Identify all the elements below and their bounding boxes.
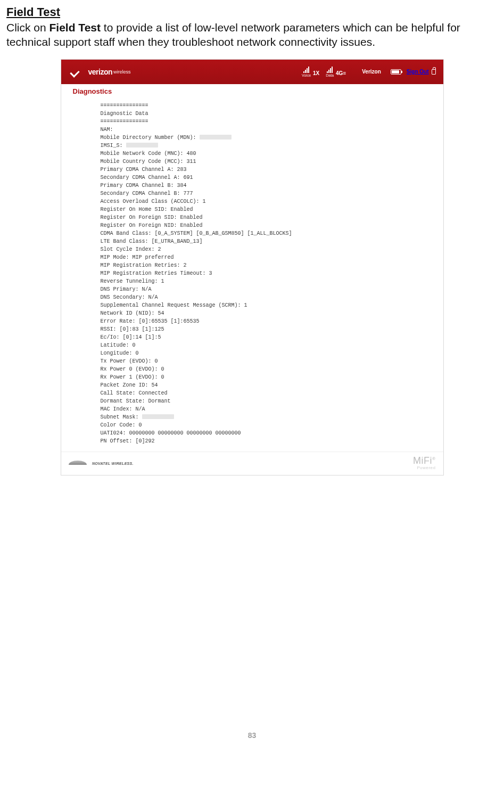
novatel-swoosh-icon	[69, 461, 87, 465]
diag-line: Primary CDMA Channel A: 283	[101, 166, 429, 174]
mifi-brand: MiFi® Powered	[413, 455, 435, 470]
diag-line: Rx Power 0 (EVDO): 0	[101, 365, 429, 373]
redacted-value: ██████████	[142, 414, 174, 419]
voice-signal: Voice 1X	[302, 67, 319, 77]
diag-line: Mobile Directory Number (MDN): █████████…	[101, 134, 429, 142]
app-header: verizon wireless Voice 1X Data 4G≡ Veriz…	[61, 60, 443, 84]
logo-wordmark: verizon	[88, 68, 113, 76]
diag-line: Primary CDMA Channel B: 384	[101, 182, 429, 190]
diag-line: Latitude: 0	[101, 341, 429, 349]
data-label: 4G≡	[336, 70, 346, 77]
diag-line: MIP Mode: MIP preferred	[101, 253, 429, 261]
diag-line: Register On Foreign NID: Enabled	[101, 222, 429, 229]
verizon-logo: verizon wireless	[69, 67, 131, 77]
diag-line: Call State: Connected	[101, 389, 429, 397]
diagnostics-heading: Diagnostics	[73, 87, 432, 95]
diag-line: UATI024: 00000000 00000000 00000000 0000…	[101, 429, 429, 437]
battery-icon	[391, 69, 401, 75]
redacted-value: ██████████	[200, 135, 232, 140]
data-signal: Data 4G≡	[326, 67, 346, 77]
diag-line: Tx Power (EVDO): 0	[101, 357, 429, 365]
diag-line: Reverse Tunneling: 1	[101, 277, 429, 285]
data-bars-icon	[327, 67, 333, 73]
mifi-registered: ®	[432, 456, 435, 461]
diag-line: DNS Secondary: N/A	[101, 293, 429, 301]
diag-line: Register On Foreign SID: Enabled	[101, 214, 429, 222]
lock-icon	[432, 69, 436, 75]
intro-bold: Field Test	[49, 21, 101, 34]
data-caption: Data	[326, 73, 334, 77]
diag-line: Diagnostic Data	[101, 110, 429, 118]
diag-line: Ec/Io: [0]:14 [1]:5	[101, 333, 429, 341]
diag-line: Supplemental Channel Request Message (SC…	[101, 301, 429, 309]
diag-line: Longitude: 0	[101, 349, 429, 357]
diag-line: MIP Registration Retries: 2	[101, 261, 429, 269]
novatel-text: NOVATEL WIRELESS.	[92, 462, 134, 465]
diag-line: Secondary CDMA Channel B: 777	[101, 190, 429, 198]
diag-line: PN Offset: [0]292	[101, 437, 429, 445]
content-area: Diagnostics ===============Diagnostic Da…	[61, 84, 443, 452]
logo-subtext: wireless	[113, 69, 131, 75]
diag-line: Dormant State: Dormant	[101, 397, 429, 405]
diag-line: LTE Band Class: [E_UTRA_BAND_13]	[101, 237, 429, 245]
diag-line: CDMA Band Class: [0_A_SYSTEM] [0_B_AB_GS…	[101, 229, 429, 237]
screenshot-frame: verizon wireless Voice 1X Data 4G≡ Veriz…	[61, 59, 444, 475]
diag-line: Color Code: 0	[101, 421, 429, 429]
diag-line: Register On Home SID: Enabled	[101, 206, 429, 214]
diag-line: Error Rate: [0]:65535 [1]:65535	[101, 317, 429, 325]
diag-line: Secondary CDMA Channel A: 691	[101, 174, 429, 182]
voice-label: 1X	[313, 70, 319, 77]
intro-pre: Click on	[6, 21, 49, 34]
carrier-name: Verizon	[362, 69, 381, 75]
diag-line: IMSI_S: ██████████	[101, 142, 429, 150]
diag-line: ===============	[101, 118, 429, 126]
sign-out-label: Sign Out	[407, 69, 429, 75]
verizon-check-icon	[69, 67, 88, 77]
diag-line: Access Overload Class (ACCOLC): 1	[101, 198, 429, 206]
diag-line: RSSI: [0]:83 [1]:125	[101, 325, 429, 333]
diag-line: ===============	[101, 102, 429, 110]
mifi-text: MiFi	[413, 455, 432, 466]
voice-caption: Voice	[302, 73, 311, 77]
mifi-powered: Powered	[413, 466, 435, 470]
diag-line: DNS Primary: N/A	[101, 285, 429, 293]
diag-line: MAC Index: N/A	[101, 405, 429, 413]
page-number: 83	[0, 731, 504, 740]
diag-line: Mobile Country Code (MCC): 311	[101, 158, 429, 166]
diag-line: MIP Registration Retries Timeout: 3	[101, 269, 429, 277]
page-heading: Field Test	[6, 5, 498, 19]
voice-bars-icon	[303, 67, 309, 73]
page-intro: Click on Field Test to provide a list of…	[6, 20, 498, 50]
diagnostic-output: ===============Diagnostic Data==========…	[73, 100, 432, 448]
diag-line: Mobile Network Code (MNC): 480	[101, 150, 429, 158]
app-footer: NOVATEL WIRELESS. MiFi® Powered	[61, 452, 443, 475]
sign-out-link[interactable]: Sign Out	[407, 69, 436, 75]
diag-line: Rx Power 1 (EVDO): 0	[101, 373, 429, 381]
diag-line: Slot Cycle Index: 2	[101, 245, 429, 253]
diag-line: Subnet Mask: ██████████	[101, 413, 429, 421]
redacted-value: ██████████	[126, 143, 158, 147]
diag-line: NAM:	[101, 126, 429, 134]
diag-line: Network ID (NID): 54	[101, 309, 429, 317]
diag-line: Packet Zone ID: 54	[101, 381, 429, 389]
novatel-brand: NOVATEL WIRELESS.	[69, 457, 134, 467]
